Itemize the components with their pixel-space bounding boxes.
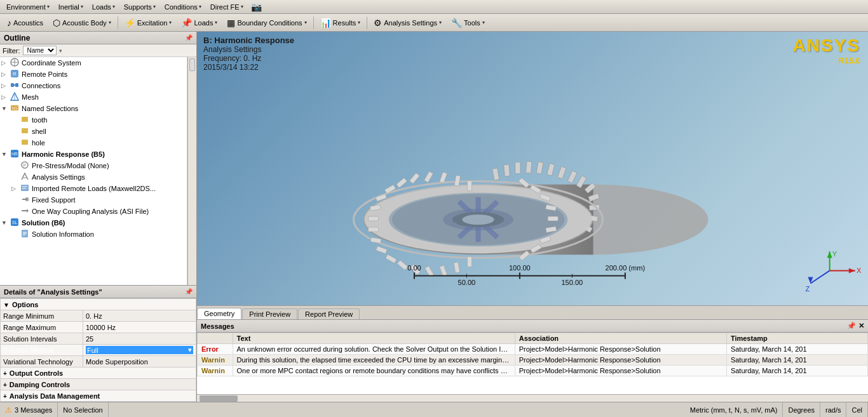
tree-item-coord[interactable]: ▷Coordinate System — [0, 57, 187, 69]
svg-rect-75 — [467, 181, 471, 191]
tree-item-connections[interactable]: ▷Connections — [0, 80, 187, 91]
tree-item-remote[interactable]: ▷RRemote Points — [0, 69, 187, 80]
messages-pin-icon[interactable]: 📌 — [847, 322, 856, 330]
loads2-label: Loads — [194, 19, 213, 27]
tree-item-imported[interactable]: ▷Imported Remote Loads (Maxwell2DS... — [0, 183, 187, 194]
tree-toggle-connections[interactable]: ▷ — [1, 83, 10, 89]
boundary-button[interactable]: ▦ Boundary Conditions ▾ — [222, 15, 311, 30]
tools-arrow: ▾ — [482, 20, 485, 25]
msg-assoc-1: Project>Model>Harmonic Response>Solution — [515, 355, 726, 366]
filter-select[interactable]: Name — [23, 46, 57, 55]
tree-item-analysis[interactable]: Analysis Settings — [0, 171, 187, 183]
tree-item-named[interactable]: ▼NSNamed Selections — [0, 103, 187, 114]
inertial-button[interactable]: Inertial ▾ — [55, 2, 87, 12]
details-pin-icon[interactable]: 📌 — [185, 288, 193, 295]
loads-button[interactable]: Loads ▾ — [88, 2, 119, 12]
tree-item-harmonic[interactable]: ▼HRHarmonic Response (B5) — [0, 149, 187, 160]
tree-toggle-harmonic[interactable]: ▼ — [1, 151, 10, 157]
tree-item-prestress[interactable]: PPre-Stress/Modal (None) — [0, 160, 187, 171]
detail-value-3[interactable]: Full▾ — [83, 345, 196, 356]
messages-table-container[interactable]: Text Association Timestamp ErrorAn unkno… — [197, 333, 868, 394]
tree-item-fixed[interactable]: Fixed Support — [0, 194, 187, 206]
detail-value-2: 25 — [83, 333, 196, 345]
directfe-arrow: ▾ — [241, 4, 243, 10]
detail-row-1[interactable]: Range Maximum10000 Hz — [1, 322, 196, 333]
excitation-button[interactable]: ⚡ Excitation ▾ — [120, 15, 177, 30]
conditions-button[interactable]: Conditions ▾ — [161, 2, 205, 12]
tree-toggle-coord[interactable]: ▷ — [1, 60, 10, 66]
acoustic-body-button[interactable]: ⬡ Acoustic Body ▾ — [48, 15, 116, 30]
gear-model: 0.00 50.00 100.00 150.00 200.00 (mm) Z Y — [197, 32, 868, 305]
detail-row-4[interactable]: Variational TechnologyMode Superposition — [1, 356, 196, 367]
inertial-label: Inertial — [58, 3, 79, 11]
tree-toggle-imported[interactable]: ▷ — [11, 185, 20, 192]
tab-print-preview[interactable]: Print Preview — [242, 308, 297, 319]
messages-close-icon[interactable]: ✕ — [858, 322, 864, 330]
pin-icon[interactable]: 📌 — [185, 34, 193, 41]
status-rotation-text: rad/s — [825, 406, 841, 414]
svg-rect-42 — [547, 163, 555, 176]
messages-scrollbar[interactable] — [197, 394, 868, 402]
section-header-damping-controls[interactable]: +Damping Controls — [1, 379, 196, 390]
conditions-label: Conditions — [165, 3, 198, 11]
boundary-label: Boundary Conditions — [237, 19, 302, 27]
status-selection-text: No Selection — [63, 406, 102, 414]
tree-item-solinfo[interactable]: Solution Information — [0, 228, 187, 240]
section-header-output-controls[interactable]: +Output Controls — [1, 367, 196, 379]
tree-toggle-named[interactable]: ▼ — [1, 105, 10, 112]
analysis-settings-tb-button[interactable]: ⚙ Analysis Settings ▾ — [369, 15, 446, 30]
detail-label-2: Solution Intervals — [1, 333, 83, 345]
tree-item-oneway[interactable]: One Way Coupling Analysis (ASI File) — [0, 206, 187, 217]
tab-report-preview[interactable]: Report Preview — [298, 308, 360, 319]
tab-print-preview-label: Print Preview — [249, 310, 290, 318]
env-button[interactable]: Environment ▾ — [3, 2, 53, 12]
detail-label-4: Variational Technology — [1, 356, 83, 367]
svg-text:NS: NS — [11, 106, 18, 110]
tree-item-hole[interactable]: hole — [0, 137, 187, 149]
tree-item-mesh[interactable]: ▷Mesh — [0, 91, 187, 103]
analysis-settings-tb-label: Analysis Settings — [384, 19, 437, 27]
section-header-options[interactable]: ▼Options — [1, 299, 196, 310]
tree-icon-tooth — [20, 115, 31, 125]
message-row-0[interactable]: ErrorAn unknown error occurred during so… — [198, 344, 868, 355]
message-row-2[interactable]: WarninOne or more MPC contact regions or… — [198, 366, 868, 376]
results-button[interactable]: 📊 Results ▾ — [316, 15, 365, 30]
tree-item-shell[interactable]: shell — [0, 126, 187, 137]
tree-item-solution[interactable]: ▼SLSolution (B6) — [0, 217, 187, 228]
directfe-button[interactable]: Direct FE ▾ — [207, 2, 247, 12]
tree-item-tooth[interactable]: tooth — [0, 114, 187, 126]
loads2-button[interactable]: 📌 Loads ▾ — [177, 15, 222, 30]
section-header-analysis-data[interactable]: +Analysis Data Management — [1, 390, 196, 402]
acoustics-button[interactable]: ♪ Acoustics — [3, 15, 48, 30]
msg-text-2: One or more MPC contact regions or remot… — [233, 366, 515, 376]
svg-rect-77 — [370, 237, 381, 244]
msg-assoc-0: Project>Model>Harmonic Response>Solution — [515, 344, 726, 355]
results-icon: 📊 — [320, 18, 331, 28]
tree-scrollbar[interactable] — [187, 57, 196, 285]
tree-area[interactable]: ▷Coordinate System▷RRemote Points▷Connec… — [0, 57, 187, 285]
detail-row-3[interactable]: Solution MethodFull▾ — [1, 345, 196, 356]
tree-toggle-mesh[interactable]: ▷ — [1, 94, 10, 100]
msg-ts-1: Saturday, March 14, 201 — [726, 355, 867, 366]
snapshot-icon[interactable]: 📷 — [251, 2, 262, 12]
directfe-label: Direct FE — [210, 3, 240, 11]
tab-report-preview-label: Report Preview — [305, 310, 353, 318]
tree-label-coord: Coordinate System — [22, 59, 81, 67]
supports-button[interactable]: Supports ▾ — [120, 2, 159, 12]
tree-label-hole: hole — [32, 139, 45, 147]
tab-geometry[interactable]: Geometry — [197, 308, 241, 319]
tree-toggle-remote[interactable]: ▷ — [1, 71, 10, 77]
detail-row-2[interactable]: Solution Intervals25 — [1, 333, 196, 345]
detail-row-0[interactable]: Range Minimum0. Hz — [1, 310, 196, 322]
boundary-arrow: ▾ — [304, 20, 307, 25]
tree-icon-prestress: P — [20, 161, 31, 171]
messages-scroll-thumb[interactable] — [200, 395, 238, 402]
tree-icon-solinfo — [20, 229, 31, 239]
message-row-1[interactable]: WarninDuring this solution, the elapsed … — [198, 355, 868, 366]
detail-label-1: Range Maximum — [1, 322, 83, 333]
svg-rect-43 — [557, 166, 566, 179]
tools-button[interactable]: 🔧 Tools ▾ — [447, 15, 489, 30]
tree-toggle-solution[interactable]: ▼ — [1, 220, 10, 226]
tree-label-analysis: Analysis Settings — [32, 173, 85, 181]
msg-text-1: During this solution, the elapsed time e… — [233, 355, 515, 366]
